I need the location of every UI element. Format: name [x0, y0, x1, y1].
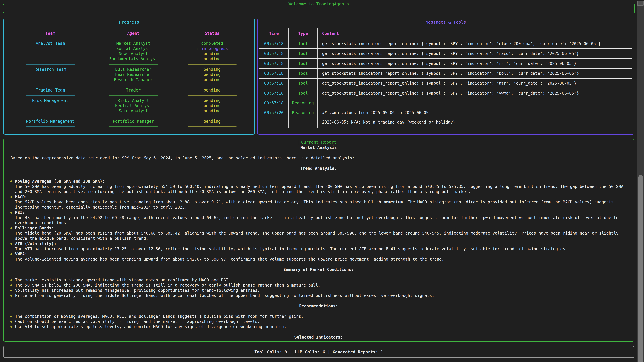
content-cell: get_stockstats_indicators_report_online:… — [318, 88, 632, 98]
report-body: Market Analysis Based on the comprehensi… — [4, 139, 634, 340]
report-panel-title: Current Report — [298, 140, 339, 145]
team-cell: Research Team — [8, 67, 92, 72]
bullet-icon — [10, 316, 12, 318]
report-heading-trend: Trend Analysis: — [10, 166, 627, 171]
agent-cell: Fundamentals Analyst — [92, 56, 174, 62]
messages-col-type: Type — [289, 28, 318, 38]
time-cell: 00:57:18 — [260, 88, 289, 98]
message-row: 00:57:18 Tool get_stockstats_indicators_… — [260, 59, 632, 69]
content-cell — [318, 98, 632, 108]
progress-table: Team Agent Status Analyst Team Market An… — [4, 19, 254, 129]
bullet-icon — [10, 284, 12, 286]
report-intro: Based on the comprehensive data retrieve… — [10, 156, 627, 161]
progress-row: Trading Team Trader pending — [8, 88, 250, 93]
bullet-icon — [10, 196, 12, 198]
group-separator — [8, 62, 250, 67]
status-cell: pending — [174, 72, 250, 77]
status-cell: pending — [174, 98, 250, 103]
time-cell: 00:57:20 — [260, 108, 289, 128]
bullet-icon — [10, 290, 12, 292]
progress-row: Analyst Team Market Analyst completed — [8, 41, 250, 46]
progress-row: Portfolio Management Portfolio Manager p… — [8, 119, 250, 124]
status-cell: pending — [174, 103, 250, 108]
scrollbar-button[interactable] — [637, 1, 644, 6]
team-cell: Trading Team — [8, 88, 92, 93]
bullet-icon — [10, 326, 12, 328]
progress-col-agent: Agent — [92, 31, 174, 36]
type-cell: Reasoning — [289, 98, 318, 108]
report-bullet: VWMA: The volume-weighted moving average… — [10, 252, 627, 262]
report-heading-market: Market Analysis — [10, 145, 627, 150]
agent-cell: Market Analyst — [92, 41, 174, 46]
agent-cell: Portfolio Manager — [92, 119, 174, 124]
bullet-icon — [10, 321, 12, 323]
report-bullet: The market exhibits a steady upward tren… — [10, 278, 627, 283]
group-separator — [8, 114, 250, 119]
message-row: 00:57:18 Tool get_stockstats_indicators_… — [260, 39, 632, 49]
type-cell: Tool — [289, 69, 318, 78]
messages-header-row: Time Type Content — [260, 28, 632, 39]
content-cell: get_stockstats_indicators_report_online:… — [318, 59, 632, 68]
message-row: 00:57:18 Tool get_stockstats_indicators_… — [260, 79, 632, 88]
content-cell: ## vwma values from 2025-05-06 to 2025-0… — [318, 108, 632, 128]
report-bullet: ATR (Volatility): The ATR has increased … — [10, 241, 627, 252]
content-cell: get_stockstats_indicators_report_online:… — [318, 69, 632, 78]
message-row: 00:57:20 Reasoning ## vwma values from 2… — [260, 108, 632, 128]
time-cell: 00:57:18 — [260, 69, 289, 78]
content-line: 2025-06-05: N/A: Not a trading day (week… — [322, 120, 455, 124]
bullet-icon — [10, 295, 12, 297]
message-row: 00:57:18 Reasoning — [260, 98, 632, 108]
progress-row: Fundamentals Analyst pending — [8, 56, 250, 62]
scrollbar-button-icon — [639, 4, 642, 4]
report-bullet: The combination of moving averages, MACD… — [10, 314, 627, 319]
time-cell: 00:57:18 — [260, 59, 289, 68]
message-row: 00:57:18 Tool get_stockstats_indicators_… — [260, 88, 632, 98]
report-bullet: RSI: The RSI has been mostly in the 54.9… — [10, 210, 627, 226]
report-panel: Current Report Market Analysis Based on … — [3, 139, 634, 342]
team-cell: Analyst Team — [8, 41, 92, 46]
report-bullet: Use ATR to set appropriate stop-loss lev… — [10, 324, 627, 330]
progress-row: Safe Analyst pending — [8, 108, 250, 114]
time-cell: 00:57:18 — [260, 39, 289, 48]
agent-cell: Risky Analyst — [92, 98, 174, 103]
report-bullet: Moving Averages (50 SMA and 200 SMA): Th… — [10, 179, 627, 194]
stats-text: Tool Calls: 9 | LLM Calls: 6 | Generated… — [254, 350, 383, 355]
progress-panel-title: Progress — [116, 20, 142, 25]
content-line: ## vwma values from 2025-05-06 to 2025-0… — [322, 110, 455, 115]
progress-row: Research Manager pending — [8, 77, 250, 82]
message-row: 00:57:18 Tool get_stockstats_indicators_… — [260, 69, 632, 79]
team-cell: Portfolio Management — [8, 119, 92, 124]
report-bullet: Bollinger Bands: The middle band (20 SMA… — [10, 226, 627, 241]
status-cell: pending — [174, 88, 250, 93]
progress-col-status: Status — [174, 31, 250, 36]
scrollbar-thumb[interactable] — [638, 175, 643, 362]
status-cell: pending — [174, 67, 250, 72]
type-cell: Tool — [289, 79, 318, 88]
progress-panel: Progress Team Agent Status Analyst Team … — [3, 18, 255, 135]
status-cell: pending — [174, 77, 250, 82]
group-separator — [8, 93, 250, 98]
report-bullet: Caution should be exercised as volatilit… — [10, 319, 627, 324]
content-cell: get_stockstats_indicators_report_online:… — [318, 49, 632, 58]
bullet-icon — [10, 279, 12, 281]
group-separator — [8, 124, 250, 129]
status-cell: pending — [174, 51, 250, 56]
agent-cell: Neutral Analyst — [92, 103, 174, 108]
progress-row: Neutral Analyst pending — [8, 103, 250, 108]
agent-cell: Social Analyst — [92, 46, 174, 51]
progress-row: Bear Researcher pending — [8, 72, 250, 77]
messages-panel: Messages & Tools Time Type Content 00:57… — [257, 18, 634, 135]
bullet-icon — [10, 227, 12, 229]
messages-col-content: Content — [318, 28, 632, 38]
progress-row: Research Team Bull Researcher pending — [8, 67, 250, 72]
report-bullet: MACD: The MACD values have been consiste… — [10, 194, 627, 210]
agent-cell: Trader — [92, 88, 174, 93]
app-root: Welcome to TradingAgents Progress Team A… — [0, 0, 644, 362]
status-cell: pending — [174, 56, 250, 62]
progress-row: Social Analyst ⠇in_progress — [8, 46, 250, 51]
content-cell: get_stockstats_indicators_report_online:… — [318, 39, 632, 48]
type-cell: Tool — [289, 59, 318, 68]
content-cell: get_stockstats_indicators_report_online:… — [318, 79, 632, 88]
agent-cell: Bull Researcher — [92, 67, 174, 72]
report-heading-recommendations: Recommendations: — [10, 304, 627, 309]
